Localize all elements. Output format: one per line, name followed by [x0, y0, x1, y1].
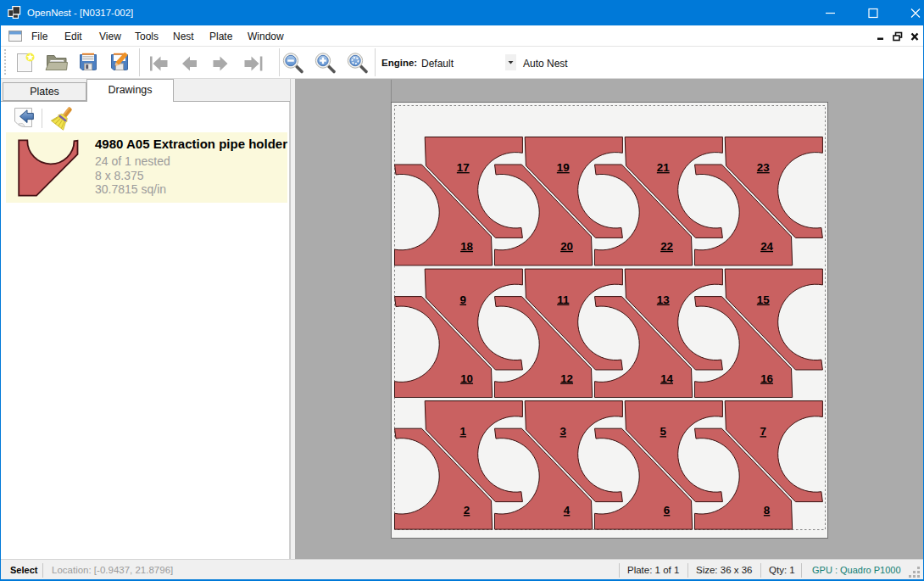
svg-text:13: 13: [657, 293, 670, 306]
svg-text:24: 24: [760, 240, 773, 253]
svg-text:21: 21: [657, 161, 670, 174]
svg-text:16: 16: [760, 372, 773, 385]
svg-text:20: 20: [560, 240, 573, 253]
svg-text:3: 3: [560, 425, 566, 438]
svg-text:9: 9: [460, 293, 466, 306]
svg-text:5: 5: [660, 425, 667, 438]
svg-text:7: 7: [760, 425, 766, 438]
svg-text:1: 1: [460, 425, 467, 438]
svg-text:23: 23: [757, 161, 770, 174]
svg-text:11: 11: [557, 293, 570, 306]
svg-text:17: 17: [457, 161, 470, 174]
svg-text:4: 4: [564, 504, 571, 517]
svg-text:2: 2: [464, 504, 470, 517]
svg-text:8: 8: [764, 504, 771, 517]
svg-text:15: 15: [757, 293, 770, 306]
svg-text:14: 14: [660, 372, 673, 385]
svg-text:12: 12: [560, 372, 573, 385]
svg-text:22: 22: [660, 240, 673, 253]
svg-text:19: 19: [557, 161, 570, 174]
svg-text:6: 6: [664, 504, 670, 517]
svg-text:18: 18: [460, 240, 473, 253]
svg-text:10: 10: [460, 372, 473, 385]
